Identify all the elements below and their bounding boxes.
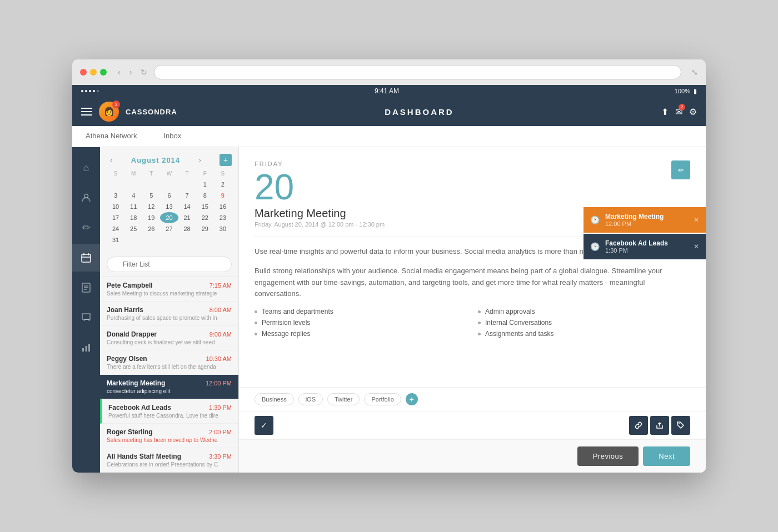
- previous-button[interactable]: Previous: [577, 446, 639, 466]
- cal-day-22[interactable]: 22: [196, 212, 214, 223]
- cal-day-11[interactable]: 11: [124, 201, 142, 212]
- cal-day-8[interactable]: 8: [196, 190, 214, 201]
- calendar-grid: S M T W T F S: [107, 170, 232, 245]
- cal-day-16[interactable]: 16: [214, 201, 232, 212]
- feature-text: Admin approvals: [485, 308, 535, 315]
- tab-inbox[interactable]: Inbox: [151, 126, 195, 147]
- cal-day-12[interactable]: 12: [142, 201, 160, 212]
- event-item-marketing[interactable]: Marketing Meeting 12:00 PM consectetur a…: [100, 375, 238, 399]
- link-button[interactable]: [629, 416, 648, 435]
- sidebar-item-analytics[interactable]: [72, 334, 100, 362]
- back-button[interactable]: ‹: [116, 67, 123, 78]
- notif-close-button[interactable]: ✕: [694, 216, 699, 224]
- feature-text: Assignments and tasks: [485, 330, 553, 338]
- cal-day-17[interactable]: 17: [107, 212, 124, 223]
- browser-window: ‹ › ↻ ⤡ 9:41 AM 100% ▮: [72, 59, 706, 473]
- notification-facebook[interactable]: 🕑 Facebook Ad Leads 1:30 PM ✕: [584, 234, 706, 259]
- tag-add-button[interactable]: +: [406, 393, 418, 405]
- close-button[interactable]: [80, 69, 87, 76]
- tag-button[interactable]: [671, 416, 690, 435]
- cal-day-3[interactable]: 3: [107, 190, 124, 201]
- share-icon[interactable]: ⬆: [661, 107, 669, 117]
- cal-day-20[interactable]: 20: [160, 212, 178, 223]
- cal-day-empty: [107, 179, 124, 190]
- cal-day-30[interactable]: 30: [214, 223, 232, 234]
- next-button[interactable]: Next: [643, 446, 690, 466]
- cal-day-14[interactable]: 14: [178, 201, 196, 212]
- event-list: Pete Campbell 7:15 AM Sales Meeting to d…: [100, 277, 238, 473]
- mail-icon[interactable]: ✉ 2: [675, 107, 682, 117]
- edit-button[interactable]: ✏: [671, 160, 690, 179]
- feature-item: Admin approvals: [478, 308, 690, 315]
- tag-ios[interactable]: iOS: [298, 393, 323, 405]
- cal-day-18[interactable]: 18: [124, 212, 142, 223]
- minimize-button[interactable]: [90, 69, 97, 76]
- cal-day-19[interactable]: 19: [142, 212, 160, 223]
- event-title: Joan Harris: [107, 306, 143, 314]
- cal-day-empty: [124, 179, 142, 190]
- cal-day-13[interactable]: 13: [160, 201, 178, 212]
- menu-button[interactable]: [81, 108, 92, 116]
- cal-day-10[interactable]: 10: [107, 201, 124, 212]
- cal-day-21[interactable]: 21: [178, 212, 196, 223]
- cal-day-15[interactable]: 15: [196, 201, 214, 212]
- cal-day-29[interactable]: 29: [196, 223, 214, 234]
- sidebar-item-notes[interactable]: [72, 274, 100, 302]
- event-item-peggy[interactable]: Peggy Olsen 10:30 AM There are a few ite…: [100, 350, 238, 375]
- sidebar-item-profile[interactable]: [72, 184, 100, 212]
- tag-twitter[interactable]: Twitter: [327, 393, 360, 405]
- cal-day-23[interactable]: 23: [214, 212, 232, 223]
- settings-icon[interactable]: ⚙: [689, 107, 697, 117]
- filter-input[interactable]: [107, 257, 232, 272]
- share-button[interactable]: [650, 416, 669, 435]
- event-subtitle: consectetur adipiscing elit: [107, 388, 232, 394]
- check-button[interactable]: ✓: [255, 416, 273, 435]
- event-item-donald[interactable]: Donald Drapper 9:00 AM Consulting deck i…: [100, 326, 238, 350]
- tab-athena[interactable]: Athena Network: [72, 126, 151, 147]
- address-bar[interactable]: [154, 65, 681, 79]
- cal-day-24[interactable]: 24: [107, 223, 124, 234]
- calendar-month: August 2014: [131, 156, 180, 164]
- event-time: 9:00 AM: [210, 331, 232, 338]
- notif-close-button-2[interactable]: ✕: [694, 243, 699, 250]
- event-item-roger[interactable]: Roger Sterling 2:00 PM Sales meeting has…: [100, 424, 238, 448]
- notif-time-2: 1:30 PM: [605, 247, 688, 254]
- detail-date-number: 20: [255, 169, 690, 205]
- cal-day-4[interactable]: 4: [124, 190, 142, 201]
- tag-portfolio[interactable]: Portfolio: [364, 393, 401, 405]
- status-right: 100% ▮: [675, 88, 697, 95]
- cal-day-28[interactable]: 28: [178, 223, 196, 234]
- cal-day-6[interactable]: 6: [160, 190, 178, 201]
- cal-day-27[interactable]: 27: [160, 223, 178, 234]
- browser-chrome: ‹ › ↻ ⤡: [72, 59, 706, 85]
- sidebar-item-calendar[interactable]: [72, 244, 100, 272]
- feature-text: Message replies: [262, 330, 310, 338]
- sidebar-item-home[interactable]: ⌂: [72, 154, 100, 182]
- cal-day-9[interactable]: 9: [214, 190, 232, 201]
- cal-day-25[interactable]: 25: [124, 223, 142, 234]
- status-bar: 9:41 AM 100% ▮: [72, 85, 706, 97]
- cal-day-1[interactable]: 1: [196, 179, 214, 190]
- cal-day-31[interactable]: 31: [107, 234, 124, 245]
- sidebar-item-messages[interactable]: [72, 304, 100, 332]
- maximize-button[interactable]: [100, 69, 107, 76]
- calendar-prev-button[interactable]: ‹: [107, 154, 116, 165]
- sidebar-item-edit[interactable]: ✏: [72, 214, 100, 242]
- cal-day-26[interactable]: 26: [142, 223, 160, 234]
- event-item-joan[interactable]: Joan Harris 8:00 AM Purchasing of sales …: [100, 302, 238, 326]
- event-item-facebook[interactable]: Facebook Ad Leads 1:30 PM Powerful stuff…: [100, 399, 238, 424]
- forward-button[interactable]: ›: [127, 67, 134, 78]
- refresh-button[interactable]: ↻: [138, 67, 149, 78]
- event-item-pete[interactable]: Pete Campbell 7:15 AM Sales Meeting to d…: [100, 277, 238, 302]
- event-time: 8:00 AM: [210, 307, 232, 313]
- action-bar: ✓: [239, 411, 706, 439]
- cal-day-2[interactable]: 2: [214, 179, 232, 190]
- cal-day-5[interactable]: 5: [142, 190, 160, 201]
- event-item-allhands[interactable]: All Hands Staff Meeting 3:30 PM Celebrat…: [100, 448, 238, 473]
- cal-day-7[interactable]: 7: [178, 190, 196, 201]
- expand-icon[interactable]: ⤡: [691, 68, 698, 77]
- tag-business[interactable]: Business: [255, 393, 294, 405]
- notification-marketing[interactable]: 🕐 Marketing Meeting 12:00 PM ✕: [584, 207, 706, 233]
- calendar-add-button[interactable]: +: [220, 154, 232, 166]
- calendar-next-button[interactable]: ›: [195, 154, 205, 165]
